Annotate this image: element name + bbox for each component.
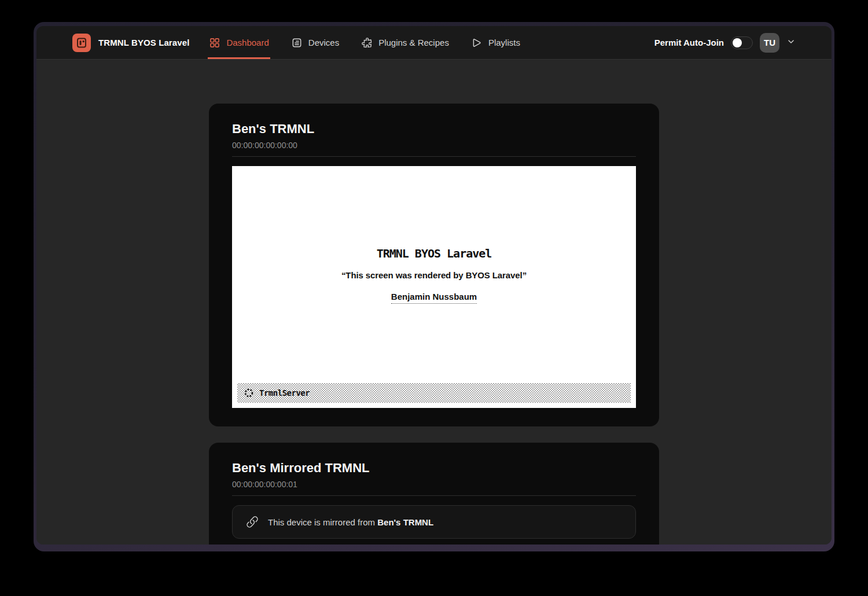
nav-label-playlists: Playlists [488,38,520,47]
journal-icon [291,37,303,49]
brand-title: TRMNL BYOS Laravel [98,38,189,47]
grid-icon [209,37,220,49]
main-content: Ben's TRMNL 00:00:00:00:00:00 TRMNL BYOS… [36,60,832,545]
topbar-right-controls: Permit Auto-Join TU [654,26,796,59]
link-icon [246,516,259,528]
trmnl-logo-icon [72,34,91,52]
device-card-bens-trmnl: Ben's TRMNL 00:00:00:00:00:00 TRMNL BYOS… [209,104,659,426]
mirror-info-box: This device is mirrored from Ben's TRMNL [232,505,636,539]
chevron-down-icon [786,37,796,49]
mirror-note-prefix: This device is mirrored from [268,517,377,527]
screen-heading: TRMNL BYOS Laravel [232,166,636,260]
user-avatar[interactable]: TU [760,33,779,53]
screen-author-link: Benjamin Nussbaum [391,292,477,304]
nav-item-devices[interactable]: Devices [290,26,340,59]
primary-nav: Dashboard Devices [208,26,521,59]
permit-auto-join-toggle[interactable] [731,36,753,49]
nav-label-dashboard: Dashboard [226,38,269,47]
screen-author-row: Benjamin Nussbaum [232,291,636,303]
app-window: TRMNL BYOS Laravel Dashboard [34,22,834,551]
app-window-inner: TRMNL BYOS Laravel Dashboard [36,26,832,545]
screen-status-bar: TrmnlServer [237,383,631,403]
device-title: Ben's Mirrored TRMNL [232,460,636,476]
nav-label-devices: Devices [308,38,339,47]
top-navigation-bar: TRMNL BYOS Laravel Dashboard [36,26,832,60]
user-menu-chevron[interactable] [786,37,796,49]
nav-label-plugins-recipes: Plugins & Recipes [378,38,449,47]
device-mac-address: 00:00:00:00:00:01 [232,479,636,490]
toggle-knob [733,38,742,47]
permit-auto-join-label: Permit Auto-Join [654,38,724,47]
eink-screen-preview: TRMNL BYOS Laravel “This screen was rend… [232,166,636,408]
screen-quote: “This screen was rendered by BYOS Larave… [232,270,636,281]
nav-item-playlists[interactable]: Playlists [470,26,521,59]
spinner-icon [244,388,254,398]
brand[interactable]: TRMNL BYOS Laravel [72,26,189,59]
mirror-note: This device is mirrored from Ben's TRMNL [268,517,433,527]
puzzle-icon [361,37,373,49]
screen-status-label: TrmnlServer [259,388,310,398]
card-divider [232,495,636,496]
nav-item-dashboard[interactable]: Dashboard [208,26,270,59]
device-card-bens-mirrored-trmnl: Ben's Mirrored TRMNL 00:00:00:00:00:01 T… [209,443,659,545]
device-mac-address: 00:00:00:00:00:00 [232,139,636,151]
nav-item-plugins-recipes[interactable]: Plugins & Recipes [360,26,450,59]
device-title: Ben's TRMNL [232,121,636,137]
mirror-source-device: Ben's TRMNL [377,517,433,527]
play-icon [471,37,483,49]
device-card-stack: Ben's TRMNL 00:00:00:00:00:00 TRMNL BYOS… [209,104,659,545]
card-divider [232,156,636,157]
